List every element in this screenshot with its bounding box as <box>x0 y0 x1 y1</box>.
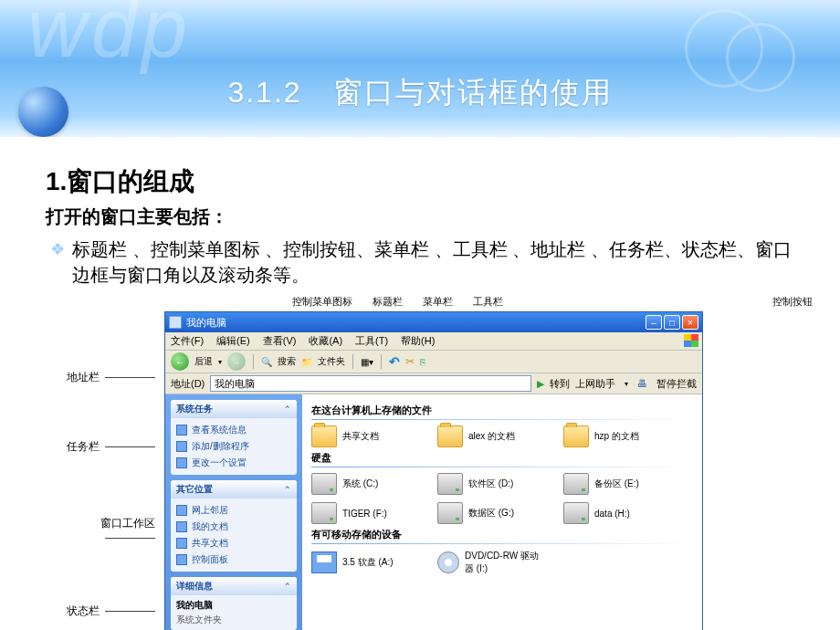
go-label: 转到 <box>550 377 570 391</box>
menu-file[interactable]: 文件(F) <box>171 334 204 348</box>
address-label: 地址(D) <box>171 377 205 391</box>
folder-icon <box>311 425 337 447</box>
folder-item[interactable]: hzp 的文档 <box>563 425 673 447</box>
address-bar: 地址(D) ▶ 转到 上网助手 ▾ 🖶 暂停拦截 <box>165 373 702 394</box>
task-item[interactable]: 查看系统信息 <box>176 422 291 438</box>
place-item[interactable]: 控制面板 <box>176 551 291 568</box>
folder-item[interactable]: 共享文档 <box>311 425 421 447</box>
place-item[interactable]: 共享文档 <box>176 535 291 551</box>
assistant-label[interactable]: 上网助手 <box>575 377 615 391</box>
drive-item[interactable]: 备份区 (E:) <box>563 473 673 495</box>
xp-window: 我的电脑 – □ × 文件(F) 编辑(E) 查看(V) 收藏(A) 工具(T)… <box>164 311 703 630</box>
label-address-bar: 地址栏 <box>46 370 155 385</box>
slide-banner: wdp 3.1.2 窗口与对话框的使用 <box>0 0 840 137</box>
address-input[interactable] <box>210 375 531 392</box>
folder-item[interactable]: alex 的文档 <box>437 425 547 447</box>
collapse-icon[interactable]: ⌃ <box>284 485 291 494</box>
main-pane: 在这台计算机上存储的文件 共享文档 alex 的文档 hzp 的文档 硬盘 系统… <box>302 394 702 630</box>
folders-label: 文件夹 <box>318 355 345 368</box>
views-icon[interactable]: ▦▾ <box>361 357 373 367</box>
removable-item[interactable]: 3.5 软盘 (A:) <box>311 550 421 575</box>
drive-item[interactable]: TIGER (F:) <box>311 502 421 524</box>
menu-help[interactable]: 帮助(H) <box>401 334 435 348</box>
drive-item[interactable]: 数据区 (G:) <box>437 502 547 524</box>
label-tool-bar: 工具栏 <box>473 295 503 309</box>
place-item[interactable]: 我的文档 <box>176 519 291 535</box>
maximize-button[interactable]: □ <box>664 315 680 330</box>
menu-bar: 文件(F) 编辑(E) 查看(V) 收藏(A) 工具(T) 帮助(H) <box>165 332 702 351</box>
menu-fav[interactable]: 收藏(A) <box>309 334 342 348</box>
drive-item[interactable]: data (H:) <box>563 502 673 524</box>
label-task-bar: 任务栏 <box>46 439 155 455</box>
shared-icon <box>176 538 187 549</box>
panel-details: 详细信息⌃ 我的电脑 系统文件夹 <box>171 577 297 630</box>
tool-bar: ← 后退 ▾ → 🔍 搜索 📁 文件夹 ▦▾ ↶ ✂ ⎘ <box>165 351 702 373</box>
cut-icon[interactable]: ✂ <box>405 355 415 368</box>
back-label: 后退 <box>194 355 213 368</box>
drive-icon <box>563 473 589 495</box>
printer-icon[interactable]: 🖶 <box>637 378 647 389</box>
banner-watermark: wdp <box>27 0 192 76</box>
title-bar[interactable]: 我的电脑 – □ × <box>165 312 702 332</box>
drive-icon <box>563 502 589 524</box>
menu-tools[interactable]: 工具(T) <box>355 334 388 348</box>
copy-icon[interactable]: ⎘ <box>420 357 425 367</box>
go-icon[interactable]: ▶ <box>537 378 544 390</box>
bullet-marker: ❖ <box>50 236 65 262</box>
section-title: 有可移动存储的设备 <box>311 528 693 541</box>
windows-flag-icon <box>684 334 698 347</box>
heading-2: 打开的窗口主要包括： <box>46 205 803 229</box>
panel-other-places: 其它位置⌃ 网上邻居 我的文档 共享文档 控制面板 <box>171 480 297 572</box>
panel-title: 详细信息 <box>176 580 213 593</box>
label-control-menu-icon: 控制菜单图标 <box>292 295 352 309</box>
details-desc: 系统文件夹 <box>176 612 291 626</box>
collapse-icon[interactable]: ⌃ <box>284 582 291 591</box>
slide-title: 3.1.2 窗口与对话框的使用 <box>0 73 840 113</box>
menu-view[interactable]: 查看(V) <box>263 334 297 348</box>
place-item[interactable]: 网上邻居 <box>176 502 291 519</box>
diagram: 控制菜单图标 标题栏 菜单栏 工具栏 控制按钮 地址栏 任务栏 窗口工作区 状态… <box>164 295 822 630</box>
minimize-button[interactable]: – <box>646 315 662 330</box>
task-item[interactable]: 更改一个设置 <box>176 455 291 471</box>
top-labels: 控制菜单图标 标题栏 菜单栏 工具栏 <box>292 295 503 309</box>
control-panel-icon <box>176 554 187 565</box>
label-control-buttons: 控制按钮 <box>772 295 813 309</box>
label-work-area: 窗口工作区 <box>46 516 155 544</box>
drive-item[interactable]: 系统 (C:) <box>311 473 421 495</box>
folder-icon <box>563 425 589 447</box>
label-title-bar: 标题栏 <box>373 295 403 309</box>
menu-edit[interactable]: 编辑(E) <box>216 334 250 348</box>
bullet-row: ❖ 标题栏 、控制菜单图标 、控制按钮、菜单栏 、工具栏 、地址栏 、任务栏、状… <box>50 236 803 288</box>
window-buttons: – □ × <box>646 315 698 330</box>
search-label: 搜索 <box>278 355 296 368</box>
info-icon <box>176 425 187 436</box>
section-title: 在这台计算机上存储的文件 <box>311 404 693 417</box>
heading-1: 1.窗口的组成 <box>46 164 803 199</box>
panel-title: 系统任务 <box>176 403 213 415</box>
control-menu-icon[interactable] <box>169 316 182 329</box>
folder-icon <box>437 425 463 447</box>
panel-title: 其它位置 <box>176 483 213 496</box>
close-button[interactable]: × <box>682 315 698 330</box>
network-icon <box>176 505 187 516</box>
drive-icon <box>311 502 337 524</box>
add-remove-icon <box>176 441 187 452</box>
collapse-icon[interactable]: ⌃ <box>284 404 291 414</box>
documents-icon <box>176 521 187 532</box>
drive-item[interactable]: 软件区 (D:) <box>437 473 547 495</box>
back-button[interactable]: ← <box>171 352 189 371</box>
removable-item[interactable]: DVD/CD-RW 驱动器 (I:) <box>437 550 547 575</box>
panel-system-tasks: 系统任务⌃ 查看系统信息 添加/删除程序 更改一个设置 <box>171 400 297 475</box>
undo-icon[interactable]: ↶ <box>389 354 400 369</box>
window-title: 我的电脑 <box>186 316 226 330</box>
settings-icon <box>176 457 187 468</box>
task-item[interactable]: 添加/删除程序 <box>176 438 291 455</box>
cd-icon <box>437 551 459 573</box>
search-icon[interactable]: 🔍 <box>261 357 272 367</box>
slide-body: 1.窗口的组成 打开的窗口主要包括： ❖ 标题栏 、控制菜单图标 、控制按钮、菜… <box>0 137 840 630</box>
pause-block-label[interactable]: 暂停拦截 <box>656 377 697 391</box>
forward-button[interactable]: → <box>227 352 246 371</box>
label-menu-bar: 菜单栏 <box>423 295 453 309</box>
drive-icon <box>311 473 337 495</box>
folders-icon[interactable]: 📁 <box>301 357 312 367</box>
